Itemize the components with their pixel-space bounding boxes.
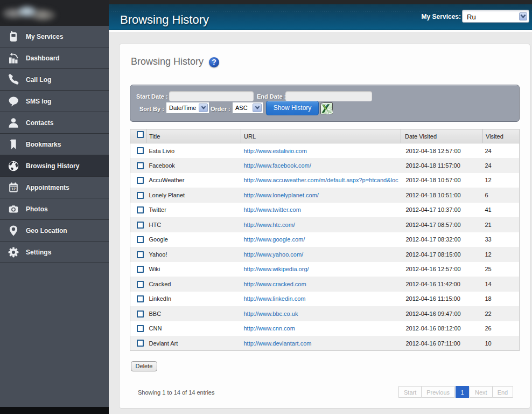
svg-text:12: 12 <box>11 187 16 191</box>
